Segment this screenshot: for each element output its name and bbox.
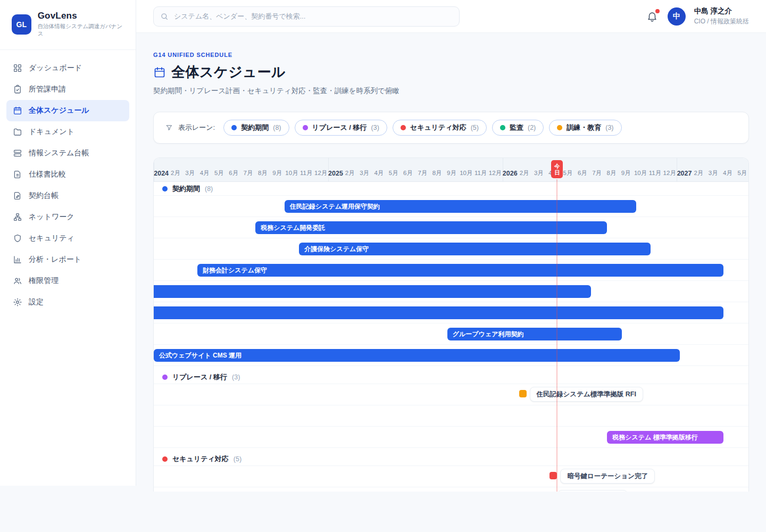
- axis-month-label: 5月: [212, 157, 226, 181]
- lane-chip-audit[interactable]: 監査(2): [492, 120, 544, 136]
- axis-month-label: 5月: [735, 157, 749, 181]
- lane-count: (3): [232, 373, 240, 381]
- lane-color-dot: [500, 125, 505, 130]
- brand-name: GovLens: [38, 11, 125, 21]
- lane-name: 契約期間: [172, 184, 200, 194]
- main-content: G14 UNIFIED SCHEDULE 全体スケジュール 契約期間・リプレース…: [136, 33, 766, 492]
- axis-month-label: 3月: [357, 157, 371, 181]
- milestone-label[interactable]: 暗号鍵ローテーション完了: [560, 469, 654, 484]
- lane-chip-training[interactable]: 訓練・教育(3): [549, 120, 621, 136]
- avatar[interactable]: 中: [668, 7, 686, 26]
- today-line: [556, 179, 557, 492]
- axis-month-label: 8月: [255, 157, 270, 181]
- axis-month-label: 7月: [241, 157, 255, 181]
- sidebar-item-label: 権限管理: [29, 276, 59, 286]
- grid-icon: [13, 63, 22, 73]
- sidebar-item-settings[interactable]: 設定: [6, 292, 129, 313]
- today-badge: 今日: [551, 160, 563, 178]
- gantt-bar[interactable]: 公式ウェブサイト CMS 運用: [154, 349, 680, 362]
- users-icon: [13, 276, 22, 286]
- milestone-label[interactable]: [557, 490, 628, 492]
- user-role: CIO / 情報政策統括: [694, 17, 749, 26]
- sidebar-item-network[interactable]: ネットワーク: [6, 206, 129, 228]
- gantt-bar[interactable]: [153, 285, 591, 298]
- gantt-bar-label: 公式ウェブサイト CMS 運用: [154, 351, 247, 360]
- gantt-bar-label: 財務会計システム保守: [197, 266, 272, 275]
- sidebar-item-schedule[interactable]: 全体スケジュール: [6, 100, 129, 121]
- axis-month-label: 6月: [401, 157, 415, 181]
- gantt-bar[interactable]: 税務システム開発委託: [255, 221, 607, 234]
- axis-month-label: 10月: [633, 157, 647, 181]
- axis-month-label: 11月: [648, 157, 662, 181]
- server-icon: [13, 148, 22, 158]
- notification-dot: [655, 9, 660, 13]
- sidebar-item-label: ドキュメント: [29, 127, 74, 137]
- axis-month-label: 8月: [604, 157, 619, 181]
- sidebar-item-documents[interactable]: ドキュメント: [6, 121, 129, 143]
- gantt-row: 住民記録システム運用保守契約: [154, 196, 749, 217]
- gantt-bar[interactable]: グループウェア利用契約: [447, 328, 622, 340]
- gantt-bar[interactable]: 財務会計システム保守: [197, 264, 723, 277]
- gantt-bar[interactable]: 介護保険システム保守: [299, 243, 651, 255]
- axis-month-label: 12月: [662, 157, 677, 181]
- gantt-bar[interactable]: 税務システム 標準準拠版移行: [607, 431, 723, 444]
- axis-month-label: 8月: [430, 157, 444, 181]
- lane-chip-security[interactable]: セキュリティ対応(5): [393, 120, 487, 136]
- gantt-row: 介護保険システム保守: [154, 238, 749, 260]
- lane-chip-replace[interactable]: リプレース / 移行(3): [295, 120, 387, 136]
- axis-month-label: 3月: [531, 157, 546, 181]
- sidebar-item-analytics[interactable]: 分析・レポート: [6, 249, 129, 270]
- lane-chip-count: (5): [471, 124, 479, 131]
- search-input[interactable]: [153, 6, 460, 27]
- sidebar-item-label: 分析・レポート: [29, 255, 81, 264]
- lane-count: (5): [234, 455, 242, 463]
- axis-month-label: 2月: [343, 157, 357, 181]
- axis-month-label: 12月: [488, 157, 502, 181]
- axis-month-label: 12月: [313, 157, 328, 181]
- gantt-bar[interactable]: 住民記録システム運用保守契約: [285, 200, 636, 213]
- lane-color-dot: [303, 125, 308, 130]
- gantt-row: 住民記録システム標準準拠版 RFI: [154, 384, 749, 405]
- gantt-row: 税務システム 標準準拠版移行: [154, 427, 749, 448]
- sidebar-item-requests[interactable]: 所管課申請: [6, 79, 129, 100]
- axis-year-label: 2025: [328, 157, 343, 181]
- lane-chip-contract[interactable]: 契約期間(8): [223, 120, 289, 136]
- lane-header: セキュリティ対応(5): [154, 448, 749, 466]
- milestone-label[interactable]: 住民記録システム標準準拠版 RFI: [530, 387, 643, 402]
- gantt-bar-label: グループウェア利用契約: [447, 330, 529, 339]
- milestone-marker[interactable]: [519, 390, 527, 397]
- page-eyebrow: G14 UNIFIED SCHEDULE: [153, 52, 766, 58]
- sidebar-item-permissions[interactable]: 権限管理: [6, 270, 129, 292]
- gantt-row: 財務会計システム保守: [154, 260, 749, 281]
- gantt-row: 暗号鍵ローテーション完了: [154, 466, 749, 487]
- sidebar-item-security[interactable]: セキュリティ: [6, 228, 129, 249]
- sidebar-item-contract-ledger[interactable]: 契約台帳: [6, 185, 129, 206]
- gantt-row: 税務システム開発委託: [154, 217, 749, 238]
- sidebar-item-label: ネットワーク: [29, 212, 74, 222]
- gantt-row: グループウェア利用契約: [154, 323, 749, 345]
- brand: GL GovLens 自治体情報システム調達ガバナンス: [0, 0, 136, 50]
- gantt-plot: 契約期間(8)住民記録システム運用保守契約税務システム開発委託介護保険システム保…: [154, 182, 749, 492]
- clipboard-check-icon: [13, 85, 22, 94]
- sidebar-item-dashboard[interactable]: ダッシュボード: [6, 57, 129, 79]
- file-text-icon: [13, 170, 22, 179]
- page-title: 全体スケジュール: [171, 63, 286, 81]
- axis-month-label: 9月: [444, 157, 459, 181]
- lane-name: リプレース / 移行: [172, 372, 227, 382]
- app-window: GL GovLens 自治体情報システム調達ガバナンス ダッシュボード所管課申請…: [0, 0, 766, 486]
- calendar-icon: [13, 106, 22, 115]
- gantt-bar[interactable]: [153, 306, 723, 319]
- gantt-row: [154, 281, 749, 302]
- lane-color-dot: [401, 125, 406, 130]
- sidebar-item-label: ダッシュボード: [29, 63, 82, 73]
- sidebar-item-spec-compare[interactable]: 仕様書比較: [6, 164, 129, 185]
- axis-month-label: 2月: [692, 157, 706, 181]
- sidebar-item-label: 契約台帳: [29, 191, 59, 201]
- axis-month-label: 11月: [299, 157, 313, 181]
- brand-tagline: 自治体情報システム調達ガバナンス: [38, 23, 125, 38]
- shield-icon: [13, 234, 22, 243]
- sidebar-item-system-ledger[interactable]: 情報システム台帳: [6, 143, 129, 164]
- user-name: 中島 淳之介: [694, 6, 749, 16]
- folder-icon: [13, 127, 22, 137]
- notifications-button[interactable]: [646, 10, 659, 23]
